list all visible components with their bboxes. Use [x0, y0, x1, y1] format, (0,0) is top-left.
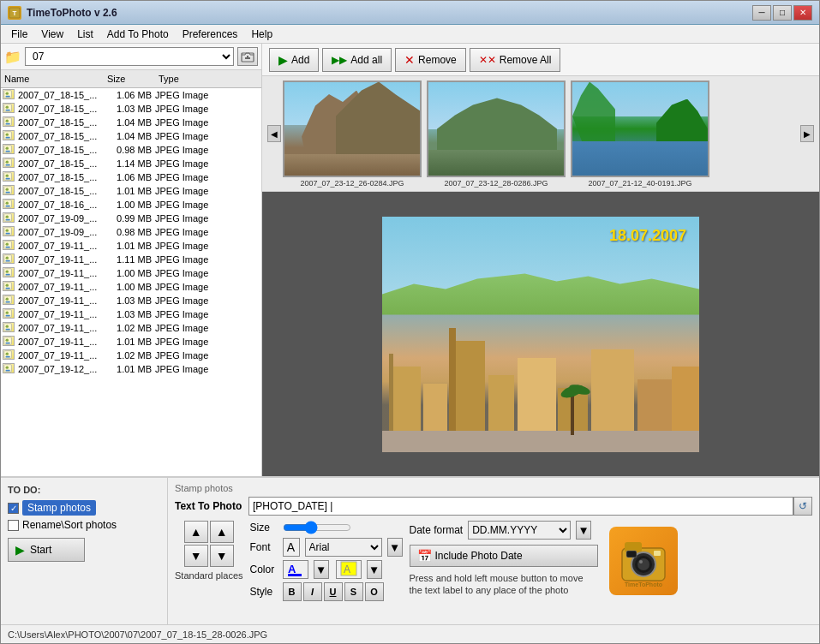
list-item[interactable]: 2007_07_19-11_... 1.11 MB JPEG Image — [1, 253, 261, 266]
menu-list[interactable]: List — [70, 27, 100, 42]
list-item[interactable]: 2007_07_18-15_... 0.98 MB JPEG Image — [1, 143, 261, 157]
close-button[interactable]: ✕ — [793, 5, 812, 21]
file-type: JPEG Image — [155, 186, 224, 196]
thumbnail-item[interactable]: 2007_07_23-12_26-0284.JPG — [283, 80, 422, 188]
remove-all-button[interactable]: ✕✕ Remove All — [470, 48, 561, 72]
file-type: JPEG Image — [155, 364, 224, 374]
arrow-grid: ▲ ▲ ▼ ▼ — [184, 521, 234, 567]
maximize-button[interactable]: □ — [773, 5, 792, 21]
shadow-button[interactable]: S — [344, 582, 363, 601]
menu-file[interactable]: File — [4, 27, 34, 42]
list-item[interactable]: 2007_07_19-11_... 1.02 MB JPEG Image — [1, 349, 261, 362]
arrow-down-left[interactable]: ▼ — [184, 545, 208, 567]
list-item[interactable]: 2007_07_18-15_... 1.04 MB JPEG Image — [1, 129, 261, 143]
font-dropdown-button[interactable]: ▼ — [387, 538, 403, 557]
svg-point-31 — [6, 201, 9, 204]
size-slider[interactable] — [283, 521, 351, 534]
list-item[interactable]: 2007_07_19-11_... 1.03 MB JPEG Image — [1, 307, 261, 321]
left-panel: 📁 07 Name Size Type — [1, 44, 262, 476]
menu-help[interactable]: Help — [244, 27, 279, 42]
bold-button[interactable]: B — [283, 582, 302, 601]
menu-view[interactable]: View — [34, 27, 70, 42]
thumbnail-image-2[interactable] — [427, 80, 566, 177]
add-button[interactable]: ▶ Add — [269, 48, 319, 72]
list-item[interactable]: 2007_07_19-11_... 1.03 MB JPEG Image — [1, 294, 261, 307]
thumb-nav-left[interactable]: ◀ — [267, 125, 281, 142]
text-color-button[interactable]: A — [283, 560, 308, 579]
thumbnail-item[interactable]: 2007_07_23-12_28-0286.JPG — [427, 80, 566, 188]
status-bar: C:\Users\Alex\PHOTO\2007\07\2007_07_18-1… — [1, 624, 819, 643]
rename-checkbox[interactable] — [8, 520, 19, 531]
list-item[interactable]: 2007_07_18-15_... 1.06 MB JPEG Image — [1, 88, 261, 102]
list-item[interactable]: 2007_07_18-16_... 1.00 MB JPEG Image — [1, 198, 261, 212]
list-item[interactable]: 2007_07_18-15_... 1.04 MB JPEG Image — [1, 116, 261, 129]
date-format-row: Date format DD.MM.YYYY MM.DD.YYYY YYYY.M… — [410, 521, 598, 540]
ttp-reset-button[interactable]: ↺ — [793, 497, 812, 516]
jpeg-icon — [3, 103, 15, 113]
menu-add-to-photo[interactable]: Add To Photo — [100, 27, 176, 42]
text-color-dropdown[interactable]: ▼ — [314, 560, 329, 579]
browse-folder-button[interactable] — [237, 47, 258, 66]
list-item[interactable]: 2007_07_19-11_... 1.02 MB JPEG Image — [1, 321, 261, 335]
svg-rect-63 — [6, 356, 10, 358]
file-type: JPEG Image — [155, 90, 224, 100]
list-item[interactable]: 2007_07_19-11_... 1.01 MB JPEG Image — [1, 239, 261, 253]
col-header-name[interactable]: Name — [1, 72, 104, 86]
outline-button[interactable]: O — [365, 582, 384, 601]
list-item[interactable]: 2007_07_19-09_... 0.99 MB JPEG Image — [1, 212, 261, 225]
menu-bar: File View List Add To Photo Preferences … — [1, 25, 819, 44]
bg-color-button[interactable]: A — [336, 560, 362, 579]
list-item[interactable]: 2007_07_19-11_... 1.01 MB JPEG Image — [1, 335, 261, 349]
file-icon — [3, 363, 16, 375]
file-name: 2007_07_19-11_... — [18, 295, 108, 306]
list-item[interactable]: 2007_07_18-15_... 1.06 MB JPEG Image — [1, 170, 261, 184]
jpeg-icon — [3, 116, 15, 127]
file-name: 2007_07_19-11_... — [18, 268, 108, 278]
text-to-photo-input[interactable] — [248, 497, 793, 516]
todo-item-stamp[interactable]: ✓ Stamp photos — [8, 500, 160, 516]
svg-rect-15 — [6, 137, 10, 139]
arrow-up-left[interactable]: ▲ — [184, 521, 208, 543]
bottom-panel: TO DO: ✓ Stamp photos Rename\Sort photos… — [1, 476, 819, 643]
add-all-button[interactable]: ▶▶ Add all — [322, 48, 392, 72]
file-name: 2007_07_19-09_... — [18, 227, 108, 237]
list-item[interactable]: 2007_07_19-09_... 0.98 MB JPEG Image — [1, 225, 261, 239]
todo-left: TO DO: ✓ Stamp photos Rename\Sort photos… — [1, 478, 168, 624]
list-item[interactable]: 2007_07_18-15_... 1.01 MB JPEG Image — [1, 184, 261, 198]
col-header-type[interactable]: Type — [155, 72, 224, 86]
bg-color-dropdown[interactable]: ▼ — [367, 560, 382, 579]
arrow-up-right[interactable]: ▲ — [210, 521, 234, 543]
todo-item-rename[interactable]: Rename\Sort photos — [8, 519, 160, 531]
svg-rect-21 — [6, 164, 10, 166]
thumb-nav-right[interactable]: ▶ — [800, 125, 814, 142]
standard-places: ▲ ▲ ▼ ▼ Standard places — [175, 521, 243, 601]
list-item[interactable]: 2007_07_19-12_... 1.01 MB JPEG Image — [1, 362, 261, 376]
list-item[interactable]: 2007_07_18-15_... 1.03 MB JPEG Image — [1, 102, 261, 116]
date-format-select[interactable]: DD.MM.YYYY MM.DD.YYYY YYYY.MM.DD — [468, 521, 571, 540]
start-button[interactable]: ▶ Start — [8, 538, 85, 562]
file-type: JPEG Image — [155, 254, 224, 265]
font-select[interactable]: Arial — [305, 538, 382, 557]
thumbnail-image-1[interactable] — [283, 80, 422, 177]
list-item[interactable]: 2007_07_18-15_... 1.14 MB JPEG Image — [1, 157, 261, 170]
stamp-checkbox[interactable]: ✓ — [8, 503, 19, 514]
size-font-color-style-panel: Size Font A Arial ▼ Color — [250, 521, 403, 601]
col-header-size[interactable]: Size — [104, 72, 155, 86]
file-type: JPEG Image — [155, 323, 224, 333]
list-item[interactable]: 2007_07_19-11_... 1.00 MB JPEG Image — [1, 280, 261, 294]
include-photo-date-button[interactable]: 📅 Include Photo Date — [410, 545, 598, 567]
folder-combo[interactable]: 07 — [25, 47, 234, 66]
thumbnail-item[interactable]: 2007_07_21-12_40-0191.JPG — [571, 80, 709, 188]
date-format-dropdown[interactable]: ▼ — [576, 521, 591, 540]
arrow-down-right[interactable]: ▼ — [210, 545, 234, 567]
list-item[interactable]: 2007_07_19-11_... 1.00 MB JPEG Image — [1, 266, 261, 280]
file-name: 2007_07_19-11_... — [18, 323, 108, 333]
svg-rect-39 — [6, 247, 10, 248]
menu-preferences[interactable]: Preferences — [176, 27, 245, 42]
underline-button[interactable]: U — [324, 582, 343, 601]
remove-button[interactable]: ✕ Remove — [395, 48, 466, 72]
file-list[interactable]: 2007_07_18-15_... 1.06 MB JPEG Image 200… — [1, 88, 261, 476]
minimize-button[interactable]: ─ — [752, 5, 771, 21]
thumbnail-image-3[interactable] — [571, 80, 709, 177]
italic-button[interactable]: I — [303, 582, 322, 601]
